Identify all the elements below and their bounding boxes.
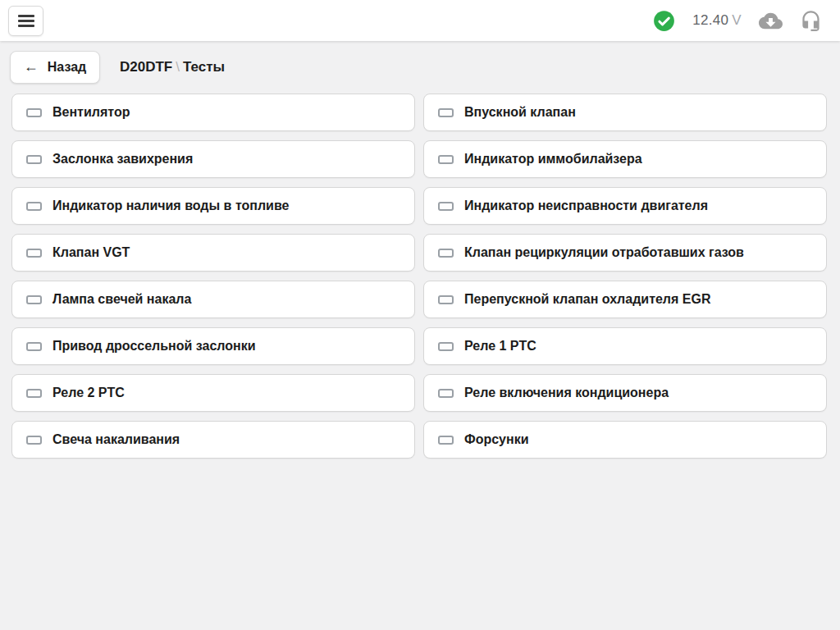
- component-icon: [438, 436, 454, 445]
- test-button-label: Клапан рециркуляции отработавших газов: [464, 245, 744, 260]
- breadcrumb-parent: D20DTF: [120, 59, 172, 75]
- test-button[interactable]: Реле 2 PTC: [11, 374, 415, 412]
- test-button-label: Реле 1 PTC: [464, 339, 536, 354]
- tests-column-right: Впускной клапанИндикатор иммобилайзераИн…: [423, 94, 827, 459]
- breadcrumb: D20DTF\Тесты: [120, 59, 225, 75]
- test-button-label: Индикатор иммобилайзера: [464, 152, 642, 167]
- component-icon: [438, 342, 454, 351]
- test-button-label: Реле 2 PTC: [52, 386, 125, 400]
- component-icon: [26, 249, 42, 258]
- headset-icon[interactable]: [800, 10, 822, 32]
- cloud-download-icon[interactable]: [759, 9, 783, 33]
- back-button[interactable]: ← Назад: [10, 51, 100, 84]
- component-icon: [26, 202, 42, 211]
- component-icon: [26, 436, 42, 445]
- test-button-label: Привод дроссельной заслонки: [52, 339, 256, 354]
- component-icon: [438, 155, 454, 164]
- menu-button[interactable]: [8, 6, 43, 36]
- tests-grid: ВентиляторЗаслонка завихренияИндикатор н…: [11, 94, 827, 459]
- component-icon: [26, 155, 42, 164]
- component-icon: [438, 295, 454, 304]
- component-icon: [438, 202, 454, 211]
- voltage-reading: 12.40V: [692, 12, 742, 29]
- component-icon: [26, 342, 42, 351]
- breadcrumb-current: Тесты: [183, 59, 225, 75]
- component-icon: [438, 108, 454, 117]
- test-button-label: Вентилятор: [52, 105, 130, 120]
- voltage-unit: V: [732, 12, 742, 28]
- test-button-label: Реле включения кондиционера: [464, 386, 669, 400]
- test-button[interactable]: Индикатор наличия воды в топливе: [11, 187, 415, 225]
- check-circle-icon[interactable]: [653, 10, 675, 32]
- breadcrumb-separator: \: [172, 59, 183, 75]
- test-button[interactable]: Впускной клапан: [423, 94, 827, 131]
- test-button-label: Лампа свечей накала: [52, 292, 191, 307]
- test-button[interactable]: Реле 1 PTC: [423, 327, 827, 365]
- test-button-label: Впускной клапан: [464, 105, 576, 120]
- component-icon: [26, 389, 42, 398]
- back-button-label: Назад: [48, 60, 86, 75]
- test-button[interactable]: Свеча накаливания: [11, 421, 415, 459]
- nav-row: ← Назад D20DTF\Тесты: [10, 51, 830, 84]
- test-button-label: Индикатор наличия воды в топливе: [52, 199, 289, 213]
- test-button-label: Форсунки: [464, 432, 529, 447]
- test-button-label: Клапан VGT: [52, 245, 130, 260]
- test-button[interactable]: Клапан рециркуляции отработавших газов: [423, 234, 827, 272]
- test-button[interactable]: Индикатор неисправности двигателя: [423, 187, 827, 225]
- test-button[interactable]: Перепускной клапан охладителя EGR: [423, 281, 827, 318]
- test-button-label: Индикатор неисправности двигателя: [464, 199, 708, 213]
- tests-column-left: ВентиляторЗаслонка завихренияИндикатор н…: [11, 94, 415, 459]
- test-button-label: Заслонка завихрения: [52, 152, 193, 167]
- test-button[interactable]: Вентилятор: [11, 94, 415, 131]
- top-bar: 12.40V: [0, 0, 840, 41]
- test-button[interactable]: Клапан VGT: [11, 234, 415, 272]
- component-icon: [438, 249, 454, 258]
- test-button[interactable]: Лампа свечей накала: [11, 281, 415, 318]
- test-button-label: Свеча накаливания: [52, 432, 180, 447]
- test-button[interactable]: Реле включения кондиционера: [423, 374, 827, 412]
- test-button[interactable]: Индикатор иммобилайзера: [423, 140, 827, 178]
- test-button[interactable]: Заслонка завихрения: [11, 140, 415, 178]
- test-button-label: Перепускной клапан охладителя EGR: [464, 292, 710, 307]
- test-button[interactable]: Форсунки: [423, 421, 827, 459]
- test-button[interactable]: Привод дроссельной заслонки: [11, 327, 415, 365]
- component-icon: [438, 389, 454, 398]
- component-icon: [26, 295, 42, 304]
- back-arrow-icon: ←: [24, 59, 39, 74]
- component-icon: [26, 108, 42, 117]
- topbar-status-group: 12.40V: [653, 0, 822, 41]
